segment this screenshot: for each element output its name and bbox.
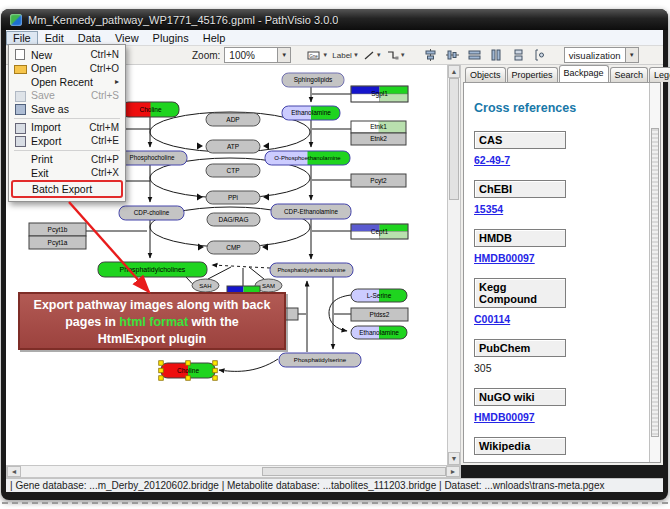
- node-l-serine[interactable]: L-Serine: [351, 289, 407, 302]
- node-adp[interactable]: ADP: [206, 113, 260, 126]
- tab-objects[interactable]: Objects: [465, 67, 506, 82]
- annotation-line: Export pathway images along with back: [20, 297, 284, 314]
- file-menu-item-open[interactable]: OpenCtrl+O: [10, 62, 124, 76]
- node-ctp[interactable]: CTP: [206, 164, 260, 177]
- menu-item-label: Import: [31, 121, 61, 133]
- scrollbar-thumb[interactable]: [651, 128, 659, 437]
- xref-source-name: NuGO wiki: [474, 388, 566, 406]
- file-menu-item-print[interactable]: PrintCtrl+P: [10, 153, 124, 167]
- node-etnk1[interactable]: Etnk1: [351, 121, 406, 133]
- tab-search[interactable]: Search: [610, 67, 649, 82]
- node-cdp-ethanolamine[interactable]: CDP-Ethanolamine: [271, 204, 351, 219]
- svg-text:Ethanolamine: Ethanolamine: [291, 109, 331, 116]
- distribute-vertical-button[interactable]: [488, 48, 506, 63]
- canvas-horizontal-scrollbar[interactable]: ◄ ►: [6, 465, 461, 478]
- menu-item-shortcut: Ctrl+O: [90, 63, 119, 74]
- selection-handle[interactable]: [159, 376, 164, 381]
- align-center-horizontal-button[interactable]: [422, 48, 440, 63]
- node-etnk2[interactable]: Etnk2: [351, 133, 406, 145]
- file-menu-item-save-as[interactable]: Save as: [10, 102, 124, 116]
- selection-handle[interactable]: [159, 361, 164, 366]
- stack-vertical-button[interactable]: [510, 48, 528, 63]
- node-choline-selected[interactable]: Choline: [159, 361, 218, 381]
- scrollbar-thumb[interactable]: [262, 467, 446, 476]
- node-cdp-choline[interactable]: CDP-choline: [119, 206, 184, 220]
- scroll-right-icon[interactable]: ►: [446, 466, 460, 477]
- scroll-left-icon[interactable]: ◄: [7, 466, 21, 477]
- label-tool-button[interactable]: Label ▼: [332, 48, 359, 63]
- scroll-down-icon[interactable]: ▼: [448, 452, 460, 465]
- node-pcyt1b[interactable]: Pcyt1b: [29, 223, 86, 236]
- xref-value-link[interactable]: Choline: [474, 460, 513, 462]
- scroll-up-icon[interactable]: ▲: [448, 65, 460, 78]
- node-ethanolamine-bottom[interactable]: Ethanolamine: [351, 326, 407, 339]
- menu-item-shortcut: Ctrl+X: [91, 167, 119, 178]
- chevron-down-icon[interactable]: ▼: [625, 48, 638, 62]
- tab-backpage[interactable]: Backpage: [559, 65, 609, 82]
- selection-handle[interactable]: [213, 368, 218, 373]
- xref-value-link[interactable]: HMDB00097: [474, 252, 535, 264]
- zoom-combobox[interactable]: 100% ▼: [224, 47, 291, 63]
- connector-tool-button[interactable]: ▼: [386, 48, 406, 63]
- menu-item-shortcut: Ctrl+E: [91, 135, 119, 146]
- tab-legend[interactable]: Legend: [649, 67, 670, 82]
- selection-handle[interactable]: [186, 376, 191, 381]
- xref-value-link[interactable]: 62-49-7: [474, 154, 510, 166]
- panel-vertical-scrollbar[interactable]: [649, 83, 660, 462]
- node-o-phosphoethanolamine[interactable]: O-Phosphoethanolamine: [265, 151, 350, 165]
- selection-handle[interactable]: [213, 361, 218, 366]
- node-pcyt1a[interactable]: Pcyt1a: [29, 236, 86, 249]
- xref-value-link[interactable]: 15354: [474, 203, 503, 215]
- file-menu-item-open-recent[interactable]: Open Recent▸: [10, 75, 124, 89]
- distribute-horizontal-button[interactable]: [466, 48, 484, 63]
- node-atp[interactable]: ATP: [206, 140, 260, 153]
- node-sphingolipids[interactable]: Sphingolipids: [282, 73, 344, 87]
- node-ppi[interactable]: PPi: [206, 191, 260, 204]
- stack-horizontal-button[interactable]: [532, 48, 550, 63]
- file-menu-item-export[interactable]: ExportCtrl+E: [10, 134, 124, 148]
- selection-handle[interactable]: [186, 361, 191, 366]
- node-pcyt2[interactable]: Pcyt2: [351, 174, 406, 187]
- chevron-down-icon[interactable]: ▼: [277, 48, 290, 62]
- menu-item-label: Save as: [31, 103, 69, 115]
- connector-icon: [386, 50, 399, 61]
- xref-value-link[interactable]: HMDB00097: [474, 411, 535, 423]
- file-menu-item-exit[interactable]: ExitCtrl+X: [10, 166, 124, 180]
- menu-plugins[interactable]: Plugins: [146, 31, 196, 45]
- node-cept1[interactable]: Cept1: [351, 224, 408, 239]
- line-tool-button[interactable]: ▼: [363, 48, 382, 63]
- node-choline-top[interactable]: Choline: [122, 102, 179, 117]
- menu-view[interactable]: View: [108, 31, 146, 45]
- node-phosphocholine[interactable]: Phosphocholine: [117, 151, 187, 165]
- backpage-panel: Cross references CAS62-49-7ChEBI15354HMD…: [463, 82, 661, 463]
- title-bar[interactable]: Mm_Kennedy_pathway_WP1771_45176.gpml - P…: [1, 9, 668, 30]
- file-menu-item-save[interactable]: SaveCtrl+S: [10, 89, 124, 103]
- node-phosphatidylcholines[interactable]: Phosphatidylcholines: [98, 262, 207, 277]
- datanode-tool-button[interactable]: Gne ▼: [307, 48, 328, 63]
- node-ptdss2[interactable]: Ptdss2: [351, 308, 408, 321]
- selection-handle[interactable]: [213, 376, 218, 381]
- canvas-vertical-scrollbar[interactable]: ▲ ▼: [447, 65, 461, 465]
- node-ethanolamine-top[interactable]: Ethanolamine: [282, 106, 340, 120]
- node-phosphatidylserine[interactable]: Phosphatidylserine: [279, 353, 361, 367]
- node-cmp[interactable]: CMP: [207, 241, 260, 254]
- node-sgpl1[interactable]: Sgpl1: [351, 86, 408, 102]
- node-sah[interactable]: SAH: [192, 279, 219, 292]
- xref-value-link[interactable]: C00114: [474, 313, 510, 325]
- svg-text:Etnk2: Etnk2: [370, 135, 387, 142]
- file-menu-item-new[interactable]: NewCtrl+N: [10, 48, 124, 62]
- file-menu-item-batch-export[interactable]: Batch Export: [11, 180, 123, 198]
- svg-text:SAH: SAH: [199, 283, 211, 289]
- node-dag[interactable]: DAG/RAG: [207, 213, 260, 226]
- menu-file[interactable]: File: [6, 31, 38, 45]
- menu-data[interactable]: Data: [71, 31, 108, 45]
- selection-handle[interactable]: [159, 368, 164, 373]
- visualization-combobox[interactable]: visualization ▼: [564, 47, 639, 63]
- file-menu-item-import[interactable]: ImportCtrl+M: [10, 121, 124, 135]
- menu-edit[interactable]: Edit: [38, 31, 71, 45]
- node-phosphatidylethanolamine[interactable]: Phosphatidylethanolamine: [270, 263, 353, 277]
- scrollbar-thumb[interactable]: [449, 78, 459, 200]
- menu-help[interactable]: Help: [196, 31, 233, 45]
- tab-properties[interactable]: Properties: [507, 67, 558, 82]
- align-center-vertical-button[interactable]: [444, 48, 462, 63]
